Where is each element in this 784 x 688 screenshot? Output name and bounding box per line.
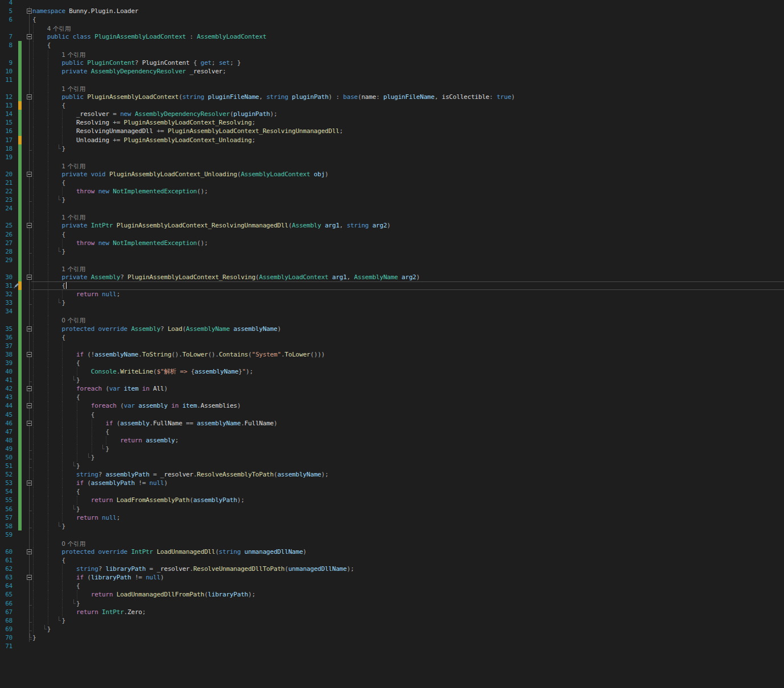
collapse-toggle-icon[interactable] xyxy=(27,403,32,408)
line-number[interactable]: 28 xyxy=(0,247,13,256)
line-number[interactable]: 21 xyxy=(0,179,13,187)
line-number[interactable]: 43 xyxy=(0,393,13,401)
code-line[interactable]: 33 } xyxy=(0,299,784,307)
collapse-toggle-icon[interactable] xyxy=(27,326,32,331)
line-number[interactable]: 7 xyxy=(0,32,13,41)
line-number[interactable]: 31 xyxy=(0,281,13,290)
code-line[interactable]: 59 xyxy=(0,530,784,539)
code-line[interactable]: 45 { xyxy=(0,411,784,419)
line-number[interactable]: 17 xyxy=(0,136,13,144)
line-number[interactable]: 41 xyxy=(0,376,13,384)
codelens-row[interactable]: 0 个引用 xyxy=(0,316,784,324)
line-number[interactable]: 66 xyxy=(0,599,13,608)
code-line[interactable]: 55 return LoadFromAssemblyPath(assemblyP… xyxy=(0,496,784,504)
code-line[interactable]: 6{ xyxy=(0,15,784,24)
codelens-references-link[interactable]: 1 个引用 xyxy=(61,162,85,171)
line-number[interactable]: 34 xyxy=(0,307,13,316)
line-number[interactable]: 16 xyxy=(0,127,13,135)
codelens-row[interactable]: 1 个引用 xyxy=(0,50,784,59)
code-line[interactable]: 64 { xyxy=(0,582,784,590)
collapse-toggle-icon[interactable] xyxy=(27,352,32,357)
line-number[interactable]: 24 xyxy=(0,204,13,213)
codelens-references-link[interactable]: 1 个引用 xyxy=(61,51,85,59)
line-number[interactable]: 47 xyxy=(0,428,13,436)
line-number[interactable]: 29 xyxy=(0,256,13,264)
line-number[interactable]: 64 xyxy=(0,582,13,590)
code-line[interactable]: 70} xyxy=(0,633,784,642)
codelens-references-link[interactable]: 1 个引用 xyxy=(61,85,85,93)
code-line[interactable]: 47 { xyxy=(0,428,784,436)
line-number[interactable]: 14 xyxy=(0,110,13,118)
code-line[interactable]: 29 xyxy=(0,256,784,264)
code-line[interactable]: 4 xyxy=(0,0,784,7)
codelens-references-link[interactable]: 0 个引用 xyxy=(61,540,85,548)
code-line[interactable]: 39 { xyxy=(0,359,784,367)
line-number[interactable]: 61 xyxy=(0,556,13,565)
line-number[interactable]: 65 xyxy=(0,590,13,599)
line-number[interactable]: 12 xyxy=(0,93,13,101)
code-line[interactable]: 71 xyxy=(0,642,784,650)
code-line[interactable]: 63 if (libraryPath != null) xyxy=(0,573,784,582)
collapse-toggle-icon[interactable] xyxy=(27,575,32,580)
line-number[interactable]: 53 xyxy=(0,479,13,487)
code-line[interactable]: 26 { xyxy=(0,230,784,239)
line-number[interactable]: 42 xyxy=(0,384,13,393)
code-line[interactable]: 60 protected override IntPtr LoadUnmanag… xyxy=(0,548,784,556)
code-line[interactable]: 53 if (assemblyPath != null) xyxy=(0,479,784,487)
code-line[interactable]: 56 } xyxy=(0,505,784,513)
line-number[interactable]: 57 xyxy=(0,513,13,522)
collapse-toggle-icon[interactable] xyxy=(27,549,32,554)
line-number[interactable]: 40 xyxy=(0,367,13,376)
line-number[interactable]: 46 xyxy=(0,419,13,428)
codelens-references-link[interactable]: 1 个引用 xyxy=(61,213,85,222)
line-number[interactable]: 26 xyxy=(0,230,13,239)
code-line[interactable]: 54 { xyxy=(0,487,784,496)
line-number[interactable]: 5 xyxy=(0,7,13,15)
code-line[interactable]: 9 public PluginContent? PluginContent { … xyxy=(0,59,784,67)
line-number[interactable]: 70 xyxy=(0,633,13,642)
line-number[interactable]: 38 xyxy=(0,350,13,359)
code-line[interactable]: 37 xyxy=(0,342,784,350)
line-number[interactable]: 15 xyxy=(0,118,13,127)
code-line[interactable]: 42 foreach (var item in All) xyxy=(0,384,784,393)
code-line[interactable]: 30 private Assembly? PluginAssemblyLoadC… xyxy=(0,273,784,281)
line-number[interactable]: 45 xyxy=(0,411,13,419)
code-line[interactable]: 44 foreach (var assembly in item.Assembl… xyxy=(0,401,784,410)
line-number[interactable]: 20 xyxy=(0,170,13,179)
line-number[interactable]: 51 xyxy=(0,462,13,470)
line-number[interactable]: 52 xyxy=(0,470,13,479)
line-number[interactable]: 54 xyxy=(0,487,13,496)
line-number[interactable]: 8 xyxy=(0,41,13,49)
collapse-toggle-icon[interactable] xyxy=(27,275,32,280)
line-number[interactable]: 50 xyxy=(0,453,13,462)
code-line[interactable]: 34 xyxy=(0,307,784,316)
code-line[interactable]: 38 if (!assemblyName.ToString().ToLower(… xyxy=(0,350,784,359)
line-number[interactable]: 18 xyxy=(0,144,13,153)
codelens-references-link[interactable]: 0 个引用 xyxy=(61,316,85,325)
code-line[interactable]: 36 { xyxy=(0,333,784,342)
codelens-row[interactable]: 1 个引用 xyxy=(0,161,784,170)
line-number[interactable]: 69 xyxy=(0,625,13,633)
code-line[interactable]: 65 return LoadUnmanagedDllFromPath(libra… xyxy=(0,590,784,599)
line-number[interactable]: 10 xyxy=(0,67,13,76)
code-line[interactable]: 28 } xyxy=(0,247,784,256)
collapse-toggle-icon[interactable] xyxy=(27,94,32,100)
code-line[interactable]: 16 ResolvingUnmanagedDll += PluginAssemb… xyxy=(0,127,784,135)
code-line[interactable]: 41 } xyxy=(0,376,784,384)
code-line[interactable]: 12 public PluginAssemblyLoadContext(stri… xyxy=(0,93,784,101)
code-line[interactable]: 21 { xyxy=(0,179,784,187)
code-line[interactable]: 69 } xyxy=(0,625,784,633)
collapse-toggle-icon[interactable] xyxy=(27,480,32,486)
code-line[interactable]: 22 throw new NotImplementedException(); xyxy=(0,187,784,196)
code-line[interactable]: 50 } xyxy=(0,453,784,462)
line-number[interactable]: 63 xyxy=(0,573,13,582)
codelens-row[interactable]: 0 个引用 xyxy=(0,539,784,548)
line-number[interactable]: 9 xyxy=(0,59,13,67)
collapse-toggle-icon[interactable] xyxy=(27,386,32,391)
code-line[interactable]: 25 private IntPtr PluginAssemblyLoadCont… xyxy=(0,221,784,230)
code-line[interactable]: 68 } xyxy=(0,616,784,625)
code-line[interactable]: 51 } xyxy=(0,462,784,470)
code-line[interactable]: 49 } xyxy=(0,445,784,453)
collapse-toggle-icon[interactable] xyxy=(27,223,32,228)
code-line[interactable]: 18 } xyxy=(0,144,784,153)
